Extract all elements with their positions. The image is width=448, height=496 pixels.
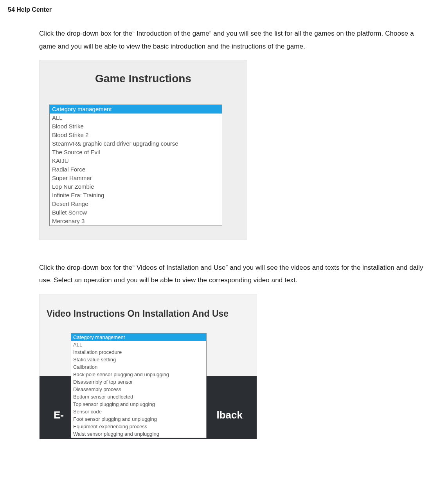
- paragraph-intro-games: Click the drop-down box for the“ Introdu…: [39, 27, 432, 53]
- dropdown-item[interactable]: Radial Force: [50, 165, 222, 174]
- dropdown-item[interactable]: Blood Strike 2: [50, 131, 222, 139]
- video-dropdown[interactable]: Category management ALL Installation pro…: [71, 333, 207, 438]
- dropdown-item[interactable]: Equipment-experiencing process: [71, 423, 206, 430]
- screenshot-video-instructions: Video Instructions On Installation And U…: [39, 294, 257, 440]
- dropdown-item[interactable]: Infinite Era: Training: [50, 191, 222, 200]
- game-instructions-title: Game Instructions: [40, 68, 247, 89]
- dropdown-item[interactable]: KAIJU: [50, 157, 222, 165]
- dropdown-item[interactable]: Foot sensor plugging and unplugging: [71, 415, 206, 423]
- dropdown-item-selected[interactable]: Category management: [71, 334, 206, 341]
- dropdown-item[interactable]: Lop Nur Zombie: [50, 182, 222, 191]
- video-instructions-title: Video Instructions On Installation And U…: [40, 294, 257, 326]
- dropdown-item[interactable]: Mercenary 3: [50, 217, 222, 225]
- dropdown-item[interactable]: Installation procedure: [71, 348, 206, 356]
- bg-text-left: E-: [54, 406, 64, 425]
- dropdown-item[interactable]: Static value setting: [71, 356, 206, 363]
- dropdown-item[interactable]: Top sensor plugging and unplugging: [71, 400, 206, 408]
- dropdown-item[interactable]: Super Hammer: [50, 174, 222, 182]
- dropdown-item[interactable]: ALL: [50, 114, 222, 122]
- dropdown-item-selected[interactable]: Category management: [50, 105, 222, 114]
- dropdown-item[interactable]: Blood Strike: [50, 122, 222, 131]
- page-header: 54 Help Center: [8, 4, 440, 16]
- dropdown-item[interactable]: Sensor code: [71, 408, 206, 415]
- dropdown-item[interactable]: Back pole sensor plugging and unplugging: [71, 371, 206, 378]
- dropdown-item[interactable]: Disassembly of top sensor: [71, 378, 206, 386]
- dropdown-item[interactable]: SteamVR& graphic card driver upgrading c…: [50, 139, 222, 148]
- dropdown-item[interactable]: ALL: [71, 341, 206, 348]
- dropdown-item[interactable]: Bottom sensor uncollected: [71, 393, 206, 400]
- video-instructions-body: E- lback Category management ALL Install…: [40, 325, 257, 439]
- dropdown-item[interactable]: Waist sensor plugging and unplugging: [71, 430, 206, 438]
- screenshot-game-instructions: Game Instructions Category management AL…: [39, 60, 247, 240]
- dropdown-item[interactable]: Desert Range: [50, 200, 222, 208]
- game-dropdown[interactable]: Category management ALL Blood Strike Blo…: [49, 105, 222, 226]
- dropdown-item[interactable]: Disassembly process: [71, 386, 206, 393]
- dropdown-item[interactable]: Bullet Sorrow: [50, 208, 222, 217]
- dropdown-item[interactable]: The Source of Evil: [50, 148, 222, 157]
- dropdown-item[interactable]: Calibration: [71, 363, 206, 371]
- content-area: Click the drop-down box for the“ Introdu…: [39, 27, 432, 439]
- paragraph-intro-videos: Click the drop-down box for the“ Videos …: [39, 262, 432, 287]
- bg-text-right: lback: [217, 406, 243, 425]
